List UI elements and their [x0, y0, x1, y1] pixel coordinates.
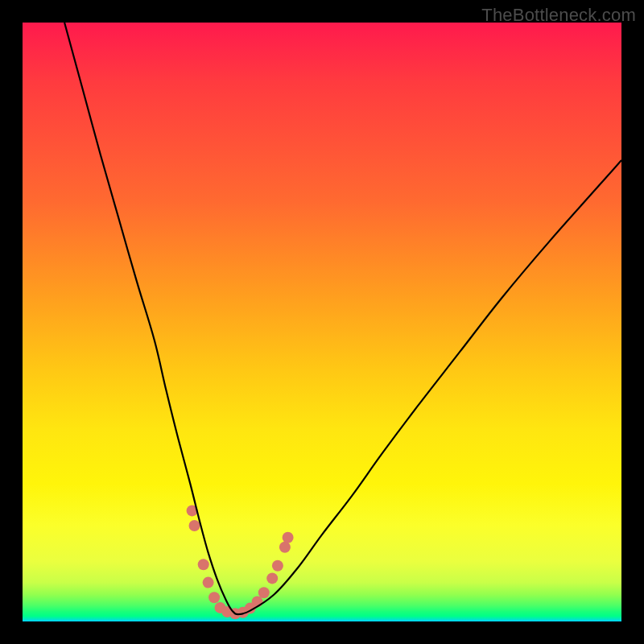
- marker-dot: [258, 587, 270, 598]
- curve-layer: [23, 23, 621, 621]
- marker-dots: [187, 505, 294, 619]
- marker-dot: [208, 592, 220, 603]
- marker-dot: [279, 542, 291, 553]
- bottleneck-curve-path: [64, 23, 621, 614]
- plot-area: [23, 23, 621, 621]
- marker-dot: [189, 520, 200, 531]
- marker-dot: [198, 559, 209, 570]
- marker-dot: [203, 577, 214, 588]
- marker-dot: [283, 532, 294, 543]
- marker-dot: [272, 560, 283, 572]
- watermark-text: TheBottleneck.com: [481, 5, 636, 26]
- marker-dot: [266, 572, 278, 584]
- chart-frame: TheBottleneck.com: [0, 0, 644, 644]
